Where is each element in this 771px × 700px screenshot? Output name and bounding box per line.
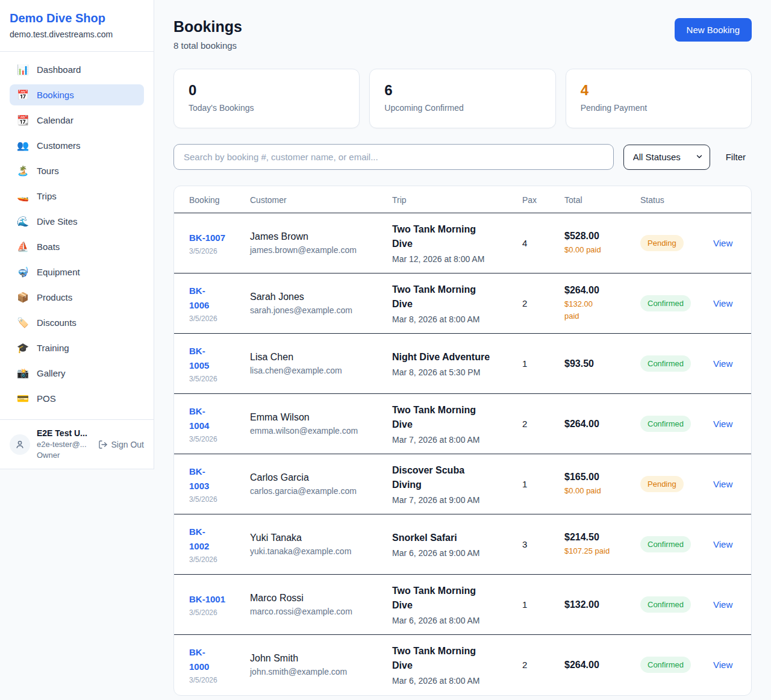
page-subtitle: 8 total bookings (173, 40, 242, 51)
table-row: BK- 1003 3/5/2026 Carlos Garcia carlos.g… (174, 454, 751, 514)
pax-count: 1 (522, 479, 550, 489)
search-input[interactable] (173, 144, 614, 170)
booking-id-link[interactable]: BK- 1005 (189, 344, 236, 373)
sidebar-item-gallery[interactable]: 📸 Gallery (10, 363, 144, 384)
sidebar-item-label: Bookings (37, 90, 74, 100)
booking-date: 3/5/2026 (189, 555, 236, 564)
sidebar-item-products[interactable]: 📦 Products (10, 287, 144, 308)
sidebar-item-tours[interactable]: 🏝️ Tours (10, 160, 144, 181)
customer-email: yuki.tanaka@example.com (250, 546, 378, 556)
user-email: e2e-tester@... (37, 439, 87, 450)
table-row: BK-1007 3/5/2026 James Brown james.brown… (174, 213, 751, 273)
view-link[interactable]: View (713, 539, 732, 549)
booking-id-link[interactable]: BK- 1004 (189, 404, 236, 433)
sailboat-icon: ⛵ (17, 242, 29, 252)
label-tag-icon: 🏷️ (17, 318, 29, 328)
view-link[interactable]: View (713, 660, 732, 670)
paid-amount: $0.00 paid (564, 485, 626, 497)
total-amount: $165.00 (564, 472, 626, 483)
trip-datetime: Mar 7, 2026 at 8:00 AM (392, 435, 508, 445)
stat-label: Upcoming Confirmed (384, 103, 540, 113)
booking-id-link[interactable]: BK- 1006 (189, 284, 236, 313)
sidebar-item-customers[interactable]: 👥 Customers (10, 135, 144, 156)
booking-date: 3/5/2026 (189, 495, 236, 504)
stat-value: 6 (384, 82, 540, 99)
booking-id-link[interactable]: BK- 1003 (189, 464, 236, 493)
speedboat-icon: 🚤 (17, 192, 29, 201)
stat-card-upcoming-confirmed: 6 Upcoming Confirmed (369, 69, 555, 128)
sidebar-item-boats[interactable]: ⛵ Boats (10, 236, 144, 257)
sign-out-button[interactable]: Sign Out (98, 440, 144, 449)
sidebar-item-pos[interactable]: 💳 POS (10, 388, 144, 409)
user-info: E2E Test U... e2e-tester@... Owner (37, 428, 87, 460)
booking-date: 3/5/2026 (189, 676, 236, 684)
booking-id-link[interactable]: BK- 1002 (189, 525, 236, 554)
stat-label: Pending Payment (581, 103, 737, 113)
booking-date: 3/5/2026 (189, 247, 236, 255)
table-header: Booking Customer Trip Pax Total Status (174, 186, 751, 213)
pax-count: 2 (522, 660, 550, 670)
trip-datetime: Mar 12, 2026 at 8:00 AM (392, 254, 508, 264)
view-link[interactable]: View (713, 419, 732, 429)
customer-name: Carlos Garcia (250, 472, 378, 483)
status-filter: All Statuses (623, 145, 710, 170)
table-row: BK- 1005 3/5/2026 Lisa Chen lisa.chen@ex… (174, 334, 751, 394)
sidebar-item-label: Training (37, 343, 69, 353)
sidebar-item-calendar[interactable]: 📆 Calendar (10, 110, 144, 131)
view-link[interactable]: View (713, 479, 732, 489)
booking-id-link[interactable]: BK-1007 (189, 231, 236, 245)
stat-value: 4 (581, 82, 737, 99)
sidebar-item-label: Discounts (37, 317, 76, 328)
new-booking-button[interactable]: New Booking (675, 18, 752, 42)
booking-date: 3/5/2026 (189, 314, 236, 323)
calendar-icon: 📅 (17, 90, 29, 100)
sidebar: Demo Dive Shop demo.test.divestreams.com… (0, 0, 154, 469)
trip-name: Two Tank Morning Dive (392, 584, 508, 613)
trip-datetime: Mar 7, 2026 at 9:00 AM (392, 495, 508, 505)
status-badge: Confirmed (640, 416, 691, 432)
booking-id-link[interactable]: BK-1001 (189, 592, 236, 607)
sidebar-item-equipment[interactable]: 🤿 Equipment (10, 261, 144, 283)
bookings-table: Booking Customer Trip Pax Total Status B… (174, 186, 751, 695)
stat-card-todays-bookings: 0 Today's Bookings (173, 69, 360, 128)
sidebar-item-dashboard[interactable]: 📊 Dashboard (10, 59, 144, 80)
main-content: Bookings 8 total bookings New Booking 0 … (154, 0, 771, 700)
view-link[interactable]: View (713, 599, 732, 610)
sidebar-item-trips[interactable]: 🚤 Trips (10, 186, 144, 207)
sidebar-item-label: Tours (37, 166, 59, 176)
sidebar-item-bookings[interactable]: 📅 Bookings (10, 84, 144, 105)
sidebar-item-discounts[interactable]: 🏷️ Discounts (10, 312, 144, 333)
sidebar-item-label: Dashboard (37, 64, 81, 75)
col-header-pax: Pax (515, 186, 557, 213)
customer-name: Marco Rossi (250, 593, 378, 604)
trip-name: Two Tank Morning Dive (392, 403, 508, 432)
customer-email: john.smith@example.com (250, 667, 378, 677)
customer-name: John Smith (250, 653, 378, 664)
booking-id-link[interactable]: BK- 1000 (189, 645, 236, 674)
trip-datetime: Mar 6, 2026 at 9:00 AM (392, 548, 508, 558)
sidebar-item-label: Gallery (37, 368, 66, 378)
desert-island-icon: 🏝️ (17, 166, 29, 176)
status-badge: Confirmed (640, 355, 691, 372)
table-row: BK-1001 3/5/2026 Marco Rossi marco.rossi… (174, 575, 751, 635)
customer-name: Sarah Jones (250, 292, 378, 302)
customer-name: Lisa Chen (250, 352, 378, 363)
page-title: Bookings (173, 18, 242, 36)
pax-count: 2 (522, 298, 550, 308)
customer-email: marco.rossi@example.com (250, 607, 378, 616)
filter-button[interactable]: Filter (720, 152, 752, 162)
view-link[interactable]: View (713, 358, 732, 369)
pax-count: 1 (522, 358, 550, 369)
sidebar-item-label: Products (37, 292, 72, 302)
view-link[interactable]: View (713, 298, 732, 308)
view-link[interactable]: View (713, 238, 732, 248)
status-filter-select[interactable]: All Statuses (623, 145, 710, 170)
sidebar-item-label: Boats (37, 242, 60, 252)
sidebar-item-label: Customers (37, 140, 81, 151)
tear-off-calendar-icon: 📆 (17, 116, 29, 125)
sidebar-item-label: Calendar (37, 115, 73, 125)
paid-amount: $0.00 paid (564, 244, 626, 256)
sidebar-item-training[interactable]: 🎓 Training (10, 337, 144, 358)
sidebar-item-dive-sites[interactable]: 🌊 Dive Sites (10, 211, 144, 232)
customer-email: lisa.chen@example.com (250, 366, 378, 375)
